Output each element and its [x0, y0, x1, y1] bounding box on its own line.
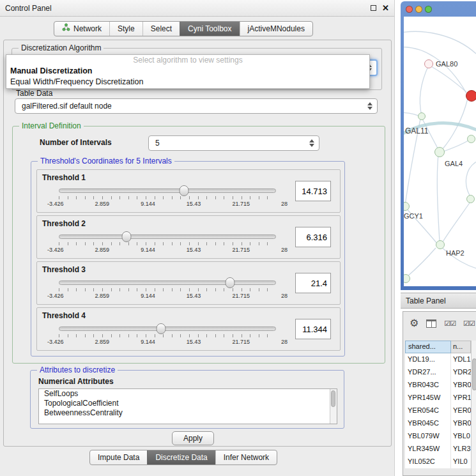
algorithm-group-title: Discretization Algorithm: [19, 43, 104, 52]
scale-tick-label: 28: [281, 293, 288, 299]
threshold-3-slider-thumb[interactable]: [226, 277, 235, 288]
threshold-2-value-field[interactable]: [295, 227, 331, 247]
threshold-panel-1: Threshold 1 -3.4262.8599.14415.4321.7152…: [36, 169, 341, 213]
select-none-icon[interactable]: ☑☑: [463, 319, 475, 328]
minimize-window-icon[interactable]: [415, 6, 422, 13]
threshold-1-label: Threshold 1: [42, 173, 86, 182]
threshold-2-slider-thumb[interactable]: [121, 231, 131, 242]
attribute-list-item[interactable]: TopologicalCoefficient: [39, 399, 337, 408]
scale-tick-label: 21.715: [232, 201, 250, 207]
threshold-4-slider[interactable]: [59, 326, 276, 331]
network-node[interactable]: [434, 147, 445, 157]
table-data-label: Table Data: [16, 89, 52, 98]
num-intervals-spinner[interactable]: 5: [148, 135, 319, 151]
thresholds-group-title: Threshold's Coordinates for 5 Intervals: [38, 157, 174, 165]
top-tabbar: Network Style Select Cyni Toolbox jActiv…: [54, 21, 313, 36]
slider-ticks: [59, 196, 276, 199]
scale-tick-label: 21.715: [232, 339, 250, 345]
node-label-gal11: GAL11: [405, 127, 428, 135]
num-intervals-value: 5: [155, 139, 160, 148]
network-canvas[interactable]: GAL80 GAL11 GAL4 GCY1 HAP2: [404, 17, 476, 286]
table-row[interactable]: YER054C YER0: [405, 404, 471, 417]
table-panel-title: Table Panel: [406, 296, 446, 305]
gear-icon[interactable]: ⚙: [410, 316, 418, 331]
list-scrollbar[interactable]: [330, 389, 337, 424]
dropdown-option-equal-width-frequency[interactable]: Equal Width/Frequency Discretization: [6, 77, 369, 88]
tab-style[interactable]: Style: [109, 22, 142, 36]
threshold-panel-4: Threshold 4 -3.4262.8599.14415.4321.7152…: [36, 307, 341, 351]
table-scrollbar-thumb[interactable]: [472, 358, 476, 390]
threshold-1-slider-thumb[interactable]: [180, 185, 189, 196]
table-row[interactable]: YBR045C YBR0: [405, 417, 471, 430]
tab-jactivemnodules[interactable]: jActiveMNodules: [240, 22, 312, 36]
table-row[interactable]: YLR345W YLR3: [405, 443, 471, 456]
columns-icon[interactable]: [426, 319, 436, 328]
network-tab-icon: [62, 22, 70, 36]
table-panel-header: Table Panel: [401, 293, 476, 309]
threshold-1-value-field[interactable]: [295, 181, 331, 201]
column-header-shared-name[interactable]: shared...: [405, 341, 451, 353]
zoom-window-icon[interactable]: [425, 6, 432, 13]
table-body: YDL19... YDL1 YDR27... YDR2 YBR043C YBR0…: [405, 353, 471, 468]
slider-ticks: [59, 288, 276, 291]
slider-scale-labels: -3.4262.8599.14415.4321.71528: [47, 247, 288, 253]
threshold-1-slider[interactable]: [59, 188, 276, 193]
tab-impute-data[interactable]: Impute Data: [90, 450, 147, 464]
scale-tick-label: 21.715: [232, 293, 250, 299]
float-window-icon[interactable]: [371, 5, 376, 11]
scale-tick-label: 2.859: [95, 339, 110, 345]
numerical-attributes-list: SelfLoopsTopologicalCoefficientBetweenne…: [38, 388, 337, 424]
node-label-gal4: GAL4: [445, 160, 463, 167]
threshold-4-value-field[interactable]: [295, 319, 331, 339]
select-all-icon[interactable]: ☑☑: [444, 319, 456, 328]
network-node-selected[interactable]: [466, 90, 476, 102]
table-data-combobox[interactable]: galFiltered.sif default node: [15, 98, 378, 114]
network-node[interactable]: [466, 195, 475, 203]
table-row[interactable]: YPR145W YPR1: [405, 392, 471, 404]
slider-ticks: [59, 334, 276, 337]
control-panel-titlebar: Control Panel ✕: [0, 0, 394, 17]
scale-tick-label: 28: [281, 201, 288, 207]
column-header-name[interactable]: n...: [451, 341, 471, 353]
network-node[interactable]: [424, 59, 433, 68]
interval-definition-group: Interval Definition Number of Intervals …: [12, 126, 385, 364]
network-view-window: GAL80 GAL11 GAL4 GCY1 HAP2: [401, 1, 476, 290]
threshold-3-slider[interactable]: [59, 280, 276, 285]
table-scrollbar[interactable]: [471, 341, 476, 476]
scale-tick-label: 9.144: [141, 247, 155, 253]
control-panel: Control Panel ✕ Network Style Select Cyn…: [0, 0, 395, 476]
apply-button[interactable]: Apply: [172, 431, 214, 445]
dropdown-option-manual-discretization[interactable]: Manual Discretization: [6, 66, 369, 77]
tab-cyni-toolbox[interactable]: Cyni Toolbox: [180, 22, 239, 36]
table-row[interactable]: YBR043C YBR0: [405, 379, 471, 392]
scale-tick-label: -3.426: [47, 293, 64, 299]
close-window-icon[interactable]: [406, 6, 413, 13]
bottom-tabbar: Impute Data Discretize Data Infer Networ…: [89, 450, 277, 465]
interval-definition-title: Interval Definition: [19, 121, 84, 130]
threshold-2-slider[interactable]: [59, 234, 276, 239]
tab-select[interactable]: Select: [142, 22, 180, 36]
attributes-group-title: Attributes to discretize: [37, 365, 118, 374]
tab-network[interactable]: Network: [54, 22, 109, 36]
table-row[interactable]: YBL079W YBL0: [405, 430, 471, 443]
scale-tick-label: 9.144: [141, 339, 155, 345]
attribute-list-item[interactable]: SelfLoops: [39, 389, 337, 399]
list-scrollbar-thumb[interactable]: [331, 390, 335, 407]
table-row[interactable]: YDR27... YDR2: [405, 366, 471, 379]
tab-infer-network[interactable]: Infer Network: [215, 450, 277, 464]
close-icon[interactable]: ✕: [382, 3, 389, 13]
threshold-4-label: Threshold 4: [42, 311, 86, 320]
attribute-list-item[interactable]: BetweennessCentrality: [39, 408, 337, 418]
tab-network-label: Network: [73, 22, 102, 36]
threshold-3-value-field[interactable]: [295, 273, 331, 293]
scale-tick-label: -3.426: [47, 339, 64, 345]
network-node[interactable]: [436, 240, 445, 249]
table-row[interactable]: YDL19... YDL1: [405, 353, 471, 366]
network-node[interactable]: [418, 112, 426, 120]
threshold-4-slider-thumb[interactable]: [156, 323, 165, 334]
table-row[interactable]: YIL052C YIL0: [405, 456, 471, 468]
window-traffic-lights: [406, 6, 432, 13]
scale-tick-label: 9.144: [141, 293, 155, 299]
tab-discretize-data[interactable]: Discretize Data: [147, 450, 215, 464]
network-node[interactable]: [467, 135, 475, 143]
